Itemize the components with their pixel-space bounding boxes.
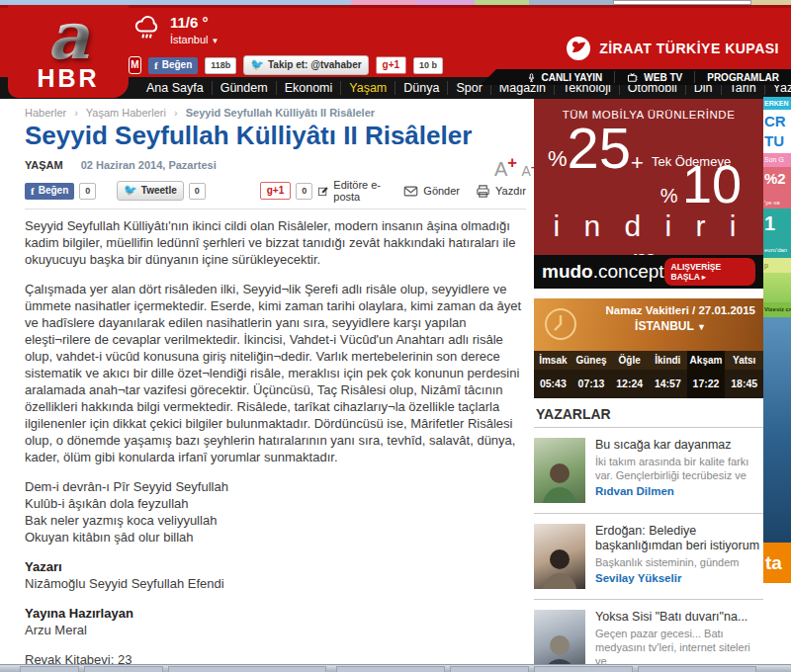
- clock-icon: [542, 305, 579, 343]
- prayer-header: Namaz Vakitleri / 27.01.2015 İSTANBUL ▼: [534, 298, 763, 351]
- taskbar-button[interactable]: [84, 666, 163, 672]
- nav-item-ekonomi[interactable]: Ekonomi: [276, 81, 341, 95]
- chevron-down-icon: ▼: [212, 37, 220, 45]
- facebook-share-button[interactable]: f Beğen: [25, 183, 74, 200]
- temperature: 11/6 °: [170, 14, 220, 31]
- columnist-photo: [534, 610, 585, 672]
- weather-city-select[interactable]: İstanbul ▼: [170, 34, 220, 45]
- gplus-share-count: 0: [296, 183, 312, 200]
- columnist-excerpt: İki takım arasında bir kalite farkı var.…: [595, 455, 763, 482]
- mudo-ad-banner[interactable]: TÜM MOBİLYA ÜRÜNLERİNDE % 25 + Tek Ödeme…: [534, 99, 763, 289]
- edge-text: CRTU: [763, 110, 791, 153]
- shop-now-button[interactable]: ALIŞVERİŞE BAŞLA ▸: [664, 258, 755, 286]
- nav-item-dunya[interactable]: Dünya: [395, 81, 447, 95]
- edge-decoration: [763, 273, 791, 302]
- poem-line: Dem-i devrân-ı Pîr Seyyid Seyfullah: [25, 478, 527, 495]
- facebook-icon: f: [31, 185, 35, 197]
- columnist-photo: [534, 524, 585, 589]
- taskbar-button[interactable]: [638, 666, 756, 672]
- mobile-app-icon[interactable]: M: [129, 56, 141, 74]
- send-link[interactable]: Gönder: [403, 184, 460, 199]
- page: ZİRAAT TÜRKİYE KUPASI CANLI YAYIN WEB TV…: [0, 0, 791, 672]
- breadcrumb-separator: ›: [174, 107, 178, 119]
- columnist-excerpt: Geçen pazar gecesi... Batı medyasını tv'…: [595, 627, 763, 668]
- programs-link[interactable]: PROGRAMLAR: [694, 71, 791, 83]
- taskbar-button[interactable]: [336, 666, 445, 672]
- columnist-name[interactable]: Sevilay Yükselir: [595, 572, 763, 584]
- print-link[interactable]: Yazdır: [476, 184, 526, 199]
- web-tv-link[interactable]: WEB TV: [614, 71, 694, 83]
- breadcrumb-separator: ›: [74, 107, 78, 119]
- mudo-logo: mudo.concept: [542, 261, 664, 283]
- facebook-like-button[interactable]: f Beğen: [148, 57, 198, 74]
- taskbar-button[interactable]: [534, 666, 633, 672]
- logo-a-letter: a: [47, 5, 90, 66]
- ziraat-cup-banner[interactable]: ZİRAAT TÜRKİYE KUPASI: [566, 36, 779, 61]
- poem: Dem-i devrân-ı Pîr Seyyid Seyfullah Kulû…: [25, 478, 527, 546]
- social-bar: M f Beğen 118b 🐦 Takip et: @tvahaber g+1…: [129, 56, 443, 74]
- font-size-controls: A+ A-: [494, 153, 535, 181]
- taskbar-button[interactable]: [450, 666, 529, 672]
- edge-text: p: [763, 258, 791, 273]
- nav-item-ana-sayfa[interactable]: Ana Sayfa: [138, 81, 212, 95]
- nav-item-gundem[interactable]: Gündem: [212, 81, 276, 95]
- twitter-icon: 🐦: [124, 184, 137, 197]
- ad-discount-10: 10: [682, 154, 742, 213]
- envelope-icon: [403, 184, 418, 199]
- columnist-excerpt: Başkanlık sisteminin, gündem: [595, 555, 763, 569]
- share-bar: f Beğen 0 🐦 Tweetle 0 g+1 0 Editöre e-po…: [25, 179, 526, 203]
- ad-discount-25: 25: [568, 121, 632, 176]
- quick-links-bar: CANLI YAYIN WEB TV PROGRAMLAR: [481, 69, 791, 85]
- taskbar-button[interactable]: [20, 666, 79, 672]
- edge-logo: ta: [763, 543, 791, 583]
- email-editor-link[interactable]: Editöre e-posta: [317, 179, 388, 203]
- edge-text: ERKEN: [763, 97, 791, 110]
- columnist-name[interactable]: Rıdvan Dilmen: [595, 485, 763, 497]
- editor-block: Yayına Hazırlayan Arzu Meral: [25, 605, 527, 638]
- columnist-headline[interactable]: Yoksa Sisi "Batı duvarı"na...: [595, 610, 763, 625]
- article-date: 02 Haziran 2014, Pazartesi: [81, 159, 217, 171]
- font-increase-button[interactable]: A+: [494, 158, 517, 180]
- gplus-count: 10 b: [413, 57, 443, 74]
- cup-icon: [566, 36, 591, 61]
- author-name: Nizâmoğlu Seyyid Seyfullah Efendi: [25, 575, 527, 592]
- gplus-share-button[interactable]: g+1: [260, 182, 292, 200]
- tweet-count: 0: [189, 183, 206, 200]
- author-block: Yazarı Nizâmoğlu Seyyid Seyfullah Efendi: [25, 558, 527, 592]
- breadcrumb-haberler[interactable]: Haberler: [25, 107, 66, 119]
- microphone-icon: [527, 72, 536, 83]
- edge-text: %2'ye va: [763, 167, 791, 209]
- columnist-headline[interactable]: Bu sıcağa kar dayanmaz: [595, 438, 763, 453]
- columnist-photo: [534, 438, 585, 503]
- editor-label: Yayına Hazırlayan: [25, 605, 527, 622]
- nav-item-yasam[interactable]: Yaşam: [340, 81, 395, 95]
- prayer-times-widget: Namaz Vakitleri / 27.01.2015 İSTANBUL ▼ …: [534, 298, 763, 397]
- columnist-item[interactable]: Erdoğan: Belediye başkanlığımdan beri is…: [534, 514, 763, 600]
- twitter-follow-button[interactable]: 🐦 Takip et: @tvahaber: [243, 55, 368, 75]
- article-body: Seyyid Seyfullah Külliyâtı'nın ikinci ci…: [25, 217, 527, 672]
- prayer-city-select[interactable]: İSTANBUL ▼: [585, 319, 755, 333]
- rain-cloud-icon: [132, 14, 162, 43]
- columnist-item[interactable]: Yoksa Sisi "Batı duvarı"na... Geçen paza…: [534, 600, 763, 672]
- prayer-title: Namaz Vakitleri / 27.01.2015: [585, 304, 755, 316]
- category-label[interactable]: YAŞAM: [25, 159, 63, 171]
- columnist-item[interactable]: Bu sıcağa kar dayanmaz İki takım arasınd…: [534, 428, 763, 514]
- cruise-ad-edge-banner[interactable]: ERKEN CRTU Son G %2'ye va 1euro'dan p Vi…: [763, 97, 791, 583]
- columnist-headline[interactable]: Erdoğan: Belediye başkanlığımdan beri is…: [595, 524, 763, 553]
- cruise-photo: [763, 317, 791, 543]
- edge-text: Vizesiz cru: [763, 302, 791, 317]
- font-decrease-button[interactable]: A-: [522, 163, 535, 179]
- gplus-button[interactable]: g+1: [376, 56, 407, 74]
- breadcrumb-yasam-haberleri[interactable]: Yaşam Haberleri: [86, 107, 166, 119]
- paragraph: Çalışmada yer alan dört risâleden ilki, …: [25, 281, 527, 465]
- article-title: Seyyid Seyfullah Külliyâtı II Risâleler: [25, 121, 539, 151]
- tv-icon: [627, 72, 639, 83]
- taskbar: [0, 664, 791, 672]
- poem-line: Bak neler yazmış koca veliyyullah: [25, 512, 527, 529]
- live-stream-link[interactable]: CANLI YAYIN: [515, 71, 614, 83]
- tweet-button[interactable]: 🐦 Tweetle: [117, 181, 184, 201]
- logo-hbr-text: HBR: [8, 66, 129, 90]
- taskbar-button[interactable]: [168, 666, 326, 672]
- site-logo[interactable]: a HBR: [8, 5, 129, 98]
- weather-widget[interactable]: 11/6 ° İstanbul ▼: [132, 14, 220, 45]
